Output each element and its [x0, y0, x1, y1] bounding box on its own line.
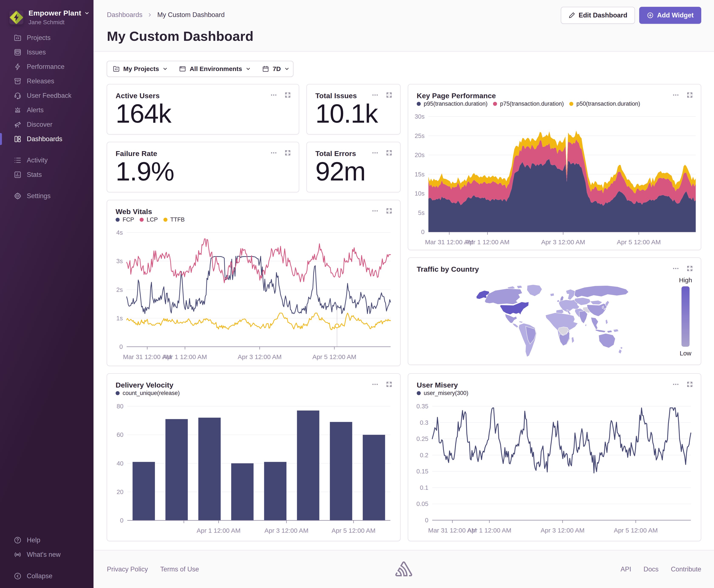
map-region-new-guinea[interactable] — [613, 329, 619, 332]
svg-text:Apr 3 12:00 AM: Apr 3 12:00 AM — [541, 238, 585, 246]
expand-icon — [284, 92, 291, 99]
discover-icon — [14, 121, 22, 129]
svg-text:80: 80 — [117, 403, 124, 410]
projects-icon — [14, 34, 22, 42]
map-region-india[interactable] — [579, 311, 587, 323]
svg-text:10s: 10s — [415, 190, 425, 197]
expand-icon — [386, 92, 392, 99]
svg-text:Apr 1 12:00 AM: Apr 1 12:00 AM — [163, 353, 207, 360]
sidebar-item-user-feedback[interactable]: User Feedback — [0, 88, 93, 103]
sidebar-item-activity[interactable]: Activity — [0, 153, 93, 168]
widget-expand-button[interactable] — [386, 149, 392, 156]
sidebar-item-label: Activity — [27, 156, 48, 164]
edit-dashboard-button[interactable]: Edit Dashboard — [561, 7, 635, 24]
world-map[interactable]: HighLow — [408, 258, 701, 364]
delivery-velocity-chart[interactable]: 020406080Apr 1 12:00 AMApr 3 12:00 AMApr… — [107, 374, 400, 541]
widget-menu-button[interactable] — [372, 149, 378, 156]
widget-menu-button[interactable] — [372, 92, 378, 99]
svg-text:0.35: 0.35 — [416, 403, 428, 410]
map-region-australia[interactable] — [599, 333, 615, 348]
svg-text:0: 0 — [425, 517, 428, 524]
map-region-mongolia[interactable] — [590, 300, 602, 304]
activity-icon — [14, 156, 22, 164]
svg-text:20s: 20s — [415, 151, 425, 159]
svg-text:3s: 3s — [116, 258, 123, 265]
sidebar-item-releases[interactable]: Releases — [0, 74, 93, 88]
environments-filter[interactable]: All Environments — [173, 61, 257, 77]
contribute-link[interactable]: Contribute — [671, 565, 701, 573]
svg-text:0: 0 — [120, 343, 123, 350]
widget-expand-button[interactable] — [386, 92, 392, 99]
add-widget-button[interactable]: Add Widget — [639, 7, 701, 24]
svg-text:0: 0 — [421, 229, 425, 235]
map-region-indonesia[interactable] — [596, 329, 606, 333]
feedback-icon — [14, 92, 22, 100]
map-region-central-america[interactable] — [512, 323, 518, 328]
calendar-icon — [262, 65, 269, 72]
map-region-se-asia[interactable] — [591, 317, 599, 330]
org-switcher[interactable]: Empower Plant Jane Schmidt — [9, 9, 90, 26]
sidebar-item-stats[interactable]: Stats — [0, 168, 93, 182]
map-region-caribbean[interactable] — [519, 321, 523, 323]
map-region-canada[interactable] — [485, 289, 522, 304]
widget-menu-button[interactable] — [270, 149, 277, 156]
page-title: My Custom Dashboard — [107, 28, 254, 44]
svg-text:Apr 3 12:00 AM: Apr 3 12:00 AM — [264, 527, 308, 534]
user-misery-chart[interactable]: 00.050.10.150.20.250.30.35Mar 31 12:00 A… — [408, 374, 701, 541]
date-range-filter[interactable]: 7D — [257, 61, 295, 77]
privacy-policy-link[interactable]: Privacy Policy — [107, 565, 148, 573]
map-region-philippines[interactable] — [605, 319, 608, 324]
map-region-japan[interactable] — [605, 300, 609, 306]
widget-actions — [372, 92, 392, 99]
map-region-canada-islands[interactable] — [517, 286, 522, 289]
map-region-ireland[interactable] — [557, 300, 560, 302]
svg-text:15s: 15s — [415, 171, 425, 178]
map-region-new-zealand[interactable] — [620, 347, 623, 349]
api-link[interactable]: API — [621, 565, 631, 573]
sidebar-item-help[interactable]: Help — [0, 533, 93, 547]
docs-link[interactable]: Docs — [644, 565, 658, 573]
breadcrumb-chevron-icon — [147, 12, 153, 18]
sidebar-item-performance[interactable]: Performance — [0, 60, 93, 74]
svg-text:0.2: 0.2 — [420, 452, 428, 459]
svg-text:0.1: 0.1 — [420, 484, 428, 491]
sentry-logo — [395, 562, 412, 577]
sidebar-item-collapse[interactable]: Collapse — [0, 569, 93, 583]
widget-actions — [270, 92, 291, 99]
sidebar-item-discover[interactable]: Discover — [0, 117, 93, 132]
map-region-sri-lanka[interactable] — [585, 324, 586, 326]
map-region-indonesia[interactable] — [607, 330, 612, 333]
map-region-iceland[interactable] — [550, 293, 554, 296]
sidebar-item-issues[interactable]: Issues — [0, 45, 93, 60]
breadcrumb-dashboards[interactable]: Dashboards — [107, 11, 143, 19]
widget-menu-button[interactable] — [270, 92, 277, 99]
web-vitals-chart[interactable]: 01s2s3s4sMar 31 12:00 AMApr 1 12:00 AMAp… — [107, 200, 400, 366]
map-region-new-zealand[interactable] — [619, 349, 622, 354]
projects-filter[interactable]: My Projects — [107, 61, 173, 77]
org-name: Empower Plant — [28, 9, 81, 17]
sidebar-item-what-s-new[interactable]: What's new — [0, 547, 93, 562]
map-region-madagascar[interactable] — [571, 337, 574, 343]
widget-expand-button[interactable] — [284, 149, 291, 156]
map-region-greenland[interactable] — [527, 285, 542, 296]
svg-text:Apr 5 12:00 AM: Apr 5 12:00 AM — [331, 527, 375, 534]
footer-links-right: API Docs Contribute — [621, 550, 701, 588]
issues-icon — [14, 48, 22, 56]
key-page-performance-chart[interactable]: 05s10s15s20s25s30sMar 31 12:00 AMApr 1 1… — [408, 84, 701, 250]
sidebar-item-label: User Feedback — [27, 92, 71, 100]
sidebar-item-dashboards[interactable]: Dashboards — [0, 132, 93, 146]
sidebar-item-alerts[interactable]: Alerts — [0, 103, 93, 117]
map-color-scale — [681, 286, 690, 347]
widget-expand-button[interactable] — [284, 92, 291, 99]
svg-text:5s: 5s — [418, 209, 425, 216]
sidebar-item-projects[interactable]: Projects — [0, 30, 93, 45]
map-region-russia[interactable] — [575, 286, 629, 298]
date-range-label: 7D — [273, 65, 281, 72]
map-legend-low: Low — [675, 350, 696, 357]
terms-of-use-link[interactable]: Terms of Use — [160, 565, 199, 573]
svg-text:Apr 5 12:00 AM: Apr 5 12:00 AM — [614, 527, 658, 534]
sidebar-item-settings[interactable]: Settings — [0, 189, 93, 203]
map-region-mexico[interactable] — [505, 314, 517, 323]
map-region-scandinavia[interactable] — [566, 289, 575, 300]
map-region-china[interactable] — [587, 303, 607, 316]
